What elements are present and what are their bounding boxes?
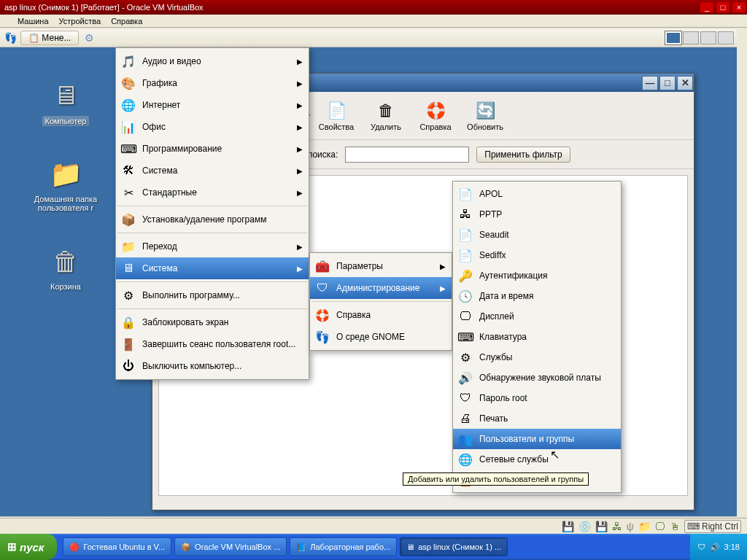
tray-clock[interactable]: 3:18 [724, 542, 740, 551]
admin-icon: 🛡 [314, 280, 330, 296]
menu-standard[interactable]: ✂Стандартные▶ [116, 182, 309, 203]
office-icon: 📊 [120, 119, 136, 135]
gear-icon[interactable]: ⚙ [82, 31, 96, 45]
menu-shutdown[interactable]: ⏻Выключить компьютер... [116, 355, 309, 377]
vb-close-button[interactable]: × [732, 1, 746, 13]
admin-item-4[interactable]: 🔑Аутентификация [453, 265, 621, 286]
separator [117, 281, 307, 282]
admin-item-icon: 🕓 [457, 288, 473, 304]
um-delete-button[interactable]: 🗑Удалить [363, 99, 409, 133]
menu-graphics[interactable]: 🎨Графика▶ [116, 72, 309, 94]
shared-icon[interactable]: 📁 [638, 521, 651, 532]
admin-item-13[interactable]: 🌐Сетевые службы [453, 449, 621, 470]
vb-maximize-button[interactable]: □ [716, 1, 730, 13]
admin-item-1[interactable]: 🖧PPTP [453, 204, 621, 225]
admin-item-11[interactable]: 🖨Печать [453, 408, 621, 429]
prefs-icon: 🧰 [314, 258, 330, 274]
task-button-3[interactable]: 📘Лабораторная рабо... [290, 537, 397, 556]
gnome-top-panel: 👣 📋 Мене... ⚙ [0, 29, 737, 47]
display-icon[interactable]: 🖵 [655, 521, 665, 532]
admin-item-label: PPTP [479, 209, 502, 219]
workspace-3[interactable] [700, 31, 716, 44]
admin-item-8[interactable]: ⚙Службы [453, 347, 621, 368]
tray-icon[interactable]: 🛡 [697, 542, 705, 551]
admin-item-5[interactable]: 🕓Дата и время [453, 286, 621, 306]
um-refresh-button[interactable]: 🔄Обновить [462, 99, 508, 133]
workspace-2[interactable] [683, 31, 699, 44]
chevron-right-icon: ▶ [297, 243, 303, 251]
admin-submenu: 📄APOL🖧PPTP📄Seaudit📄Sediffx🔑Аутентификаци… [452, 181, 622, 493]
admin-item-label: Seaudit [479, 230, 509, 240]
menu-places[interactable]: 📁Переход▶ [116, 236, 309, 257]
graphics-icon: 🎨 [120, 75, 136, 91]
submenu-admin[interactable]: 🛡Администрирование▶ [310, 277, 452, 299]
hdd-icon[interactable]: 💾 [562, 521, 574, 532]
menu-internet[interactable]: 🌐Интернет▶ [116, 94, 309, 116]
submenu-about[interactable]: 👣О среде GNOME [310, 326, 452, 348]
admin-item-icon: 🔑 [457, 268, 473, 284]
menu-office[interactable]: 📊Офис▶ [116, 116, 309, 138]
network-icon[interactable]: 🖧 [612, 521, 622, 532]
admin-item-0[interactable]: 📄APOL [453, 184, 621, 204]
computer-icon: 🖥 [48, 78, 83, 113]
desktop-icon-home[interactable]: 📁 Домашняя папка пользователя r [22, 157, 109, 212]
task-button-2[interactable]: 📦Oracle VM VirtualBox ... [174, 537, 287, 556]
properties-icon: 📄 [326, 101, 347, 121]
mouse-icon[interactable]: 🖱 [670, 521, 680, 532]
workspace-4[interactable] [718, 31, 734, 44]
admin-item-2[interactable]: 📄Seaudit [453, 225, 621, 245]
um-help-button[interactable]: 🛟Справка [412, 99, 459, 133]
menu-logout[interactable]: 🚪Завершить сеанс пользователя root... [116, 333, 309, 355]
menu-install-remove[interactable]: 📦Установка/удаление программ [116, 209, 309, 230]
admin-item-icon: 🔊 [457, 370, 473, 386]
gnome-about-icon: 👣 [314, 329, 330, 345]
lock-icon: 🔒 [120, 314, 136, 330]
menu-lock[interactable]: 🔒Заблокировать экран [116, 311, 309, 333]
admin-item-7[interactable]: ⌨Клавиатура [453, 327, 621, 347]
host-key-indicator[interactable]: ⌨ Right Ctrl [684, 520, 741, 533]
start-button[interactable]: ⊞ пуск [0, 534, 57, 560]
desktop-icon-computer[interactable]: 🖥 Компьютер [29, 78, 102, 126]
menu-programming[interactable]: ⌨Программирование▶ [116, 138, 309, 160]
vb-titlebar: asp linux (Снимок 1) [Работает] - Oracle… [0, 0, 747, 15]
admin-item-3[interactable]: 📄Sediffx [453, 245, 621, 265]
vb-minimize-button[interactable]: _ [700, 1, 714, 13]
chevron-right-icon: ▶ [297, 167, 303, 175]
task-button-4[interactable]: 🖥asp linux (Снимок 1) ... [400, 537, 508, 556]
usb-icon[interactable]: ψ [627, 521, 634, 532]
tray-icon[interactable]: 🔊 [710, 542, 720, 552]
apply-filter-button[interactable]: Применить фильтр [476, 147, 570, 163]
vb-menu-help[interactable]: Справка [111, 17, 142, 26]
vb-menu-machine[interactable]: Машина [18, 17, 49, 26]
admin-item-icon: ⚙ [457, 349, 473, 365]
foot-icon[interactable]: 👣 [3, 31, 18, 45]
admin-item-10[interactable]: 🛡Пароль root [453, 388, 621, 408]
um-minimize-button[interactable]: — [642, 76, 658, 90]
admin-item-9[interactable]: 🔊Обнаружение звуковой платы [453, 368, 621, 388]
task-button-1[interactable]: 🔴Гостевая Ubuntu в V... [63, 537, 171, 556]
admin-item-label: Сетевые службы [479, 454, 549, 464]
um-close-button[interactable]: ✕ [677, 76, 693, 90]
admin-item-label: Пароль root [479, 393, 527, 403]
um-maximize-button[interactable]: □ [659, 76, 676, 90]
cd-icon[interactable]: 💿 [578, 521, 591, 532]
desktop-icon-trash[interactable]: 🗑 Корзина [29, 244, 102, 291]
submenu-help[interactable]: 🛟Справка [310, 304, 452, 326]
menu-system-tools[interactable]: 🛠Система▶ [116, 160, 309, 182]
vb-menu-devices[interactable]: Устройства [59, 17, 101, 26]
workspace-1[interactable] [665, 31, 681, 44]
admin-item-6[interactable]: 🖵Дисплей [453, 306, 621, 327]
submenu-prefs[interactable]: 🧰Параметры▶ [310, 255, 452, 277]
floppy-icon[interactable]: 💾 [595, 521, 608, 532]
filter-input[interactable] [345, 147, 469, 163]
admin-item-label: Обнаружение звуковой платы [479, 373, 601, 383]
vb-title: asp linux (Снимок 1) [Работает] - Oracle… [4, 3, 204, 12]
um-properties-button[interactable]: 📄Свойства [313, 99, 360, 133]
separator [117, 308, 307, 309]
admin-item-12[interactable]: 👥Пользователи и группы [453, 429, 621, 449]
chevron-right-icon: ▶ [440, 262, 446, 271]
menu-system[interactable]: 🖥Система▶ [116, 257, 309, 279]
menu-audio-video[interactable]: 🎵Аудио и видео▶ [116, 50, 309, 72]
apps-menu-button[interactable]: 📋 Мене... [20, 31, 79, 45]
menu-run[interactable]: ⚙Выполнить программу... [116, 284, 309, 306]
